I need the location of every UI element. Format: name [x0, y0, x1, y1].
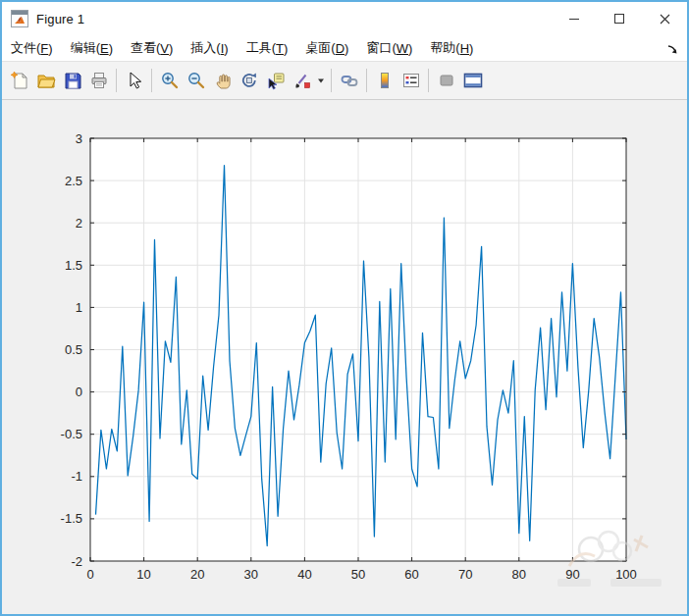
y-tick-label: -1.5 [61, 511, 82, 526]
hide-plot-tools-icon [437, 71, 456, 90]
menu-item-h[interactable]: 帮助(H) [421, 35, 482, 61]
open-folder-icon [36, 71, 56, 90]
minimize-button[interactable] [552, 2, 597, 35]
dropdown-arrow-icon [317, 77, 325, 84]
new-figure-icon [10, 71, 29, 90]
y-tick-label: 3 [76, 131, 82, 146]
y-tick-label: 1.5 [65, 258, 82, 273]
new-figure-button[interactable] [6, 67, 32, 94]
toolbar-separator [428, 69, 429, 92]
x-tick-label: 30 [244, 567, 258, 582]
menu-item-v[interactable]: 查看(V) [122, 35, 182, 61]
x-tick-label: 100 [615, 567, 637, 582]
rotate-3d-button[interactable] [236, 67, 262, 94]
pan-hand-icon [213, 71, 233, 90]
menu-item-e[interactable]: 编辑(E) [62, 35, 122, 61]
save-figure-button[interactable] [59, 67, 85, 94]
data-cursor-icon [266, 71, 286, 90]
axes-plot[interactable]: 0102030405060708090100-2-1.5-1-0.500.511… [2, 100, 687, 615]
link-plot-button[interactable] [336, 67, 362, 94]
menu-item-i[interactable]: 插入(I) [182, 35, 237, 61]
x-tick-label: 70 [458, 567, 472, 582]
y-tick-label: -0.5 [61, 427, 82, 441]
x-tick-label: 0 [86, 567, 93, 582]
y-tick-label: -1 [71, 469, 82, 484]
x-tick-label: 80 [512, 567, 526, 582]
x-tick-label: 50 [351, 567, 365, 582]
zoom-in-button[interactable] [156, 67, 183, 94]
data-cursor-button[interactable] [262, 67, 289, 94]
rotate-3d-icon [239, 71, 259, 90]
brush-dropdown-button[interactable] [315, 67, 327, 94]
menu-item-d[interactable]: 桌面(D) [296, 35, 357, 61]
brush-data-button[interactable] [289, 67, 315, 94]
brush-icon [292, 71, 312, 90]
print-figure-button[interactable] [85, 67, 112, 94]
insert-colorbar-button[interactable] [371, 67, 398, 94]
x-tick-label: 60 [404, 567, 418, 582]
toolbar-separator [331, 69, 332, 92]
y-tick-label: 2 [76, 216, 82, 231]
dock-figure-button[interactable] [663, 39, 681, 57]
zoom-out-button[interactable] [183, 67, 209, 94]
edit-plot-button[interactable] [121, 67, 147, 94]
y-tick-label: 1 [76, 300, 82, 315]
menu-item-f[interactable]: 文件(F) [2, 35, 62, 61]
zoom-in-icon [160, 71, 180, 90]
figure-canvas: 0102030405060708090100-2-1.5-1-0.500.511… [2, 100, 687, 615]
show-plot-tools-button[interactable] [459, 67, 486, 94]
close-button[interactable] [642, 2, 687, 35]
y-tick-label: 0.5 [65, 342, 82, 357]
zoom-out-icon [186, 71, 206, 90]
x-tick-label: 90 [565, 567, 579, 582]
menu-bar: 文件(F)编辑(E)查看(V)插入(I)工具(T)桌面(D)窗口(W)帮助(H) [2, 35, 687, 62]
window-controls [552, 2, 687, 35]
x-tick-label: 20 [190, 567, 204, 582]
maximize-button[interactable] [597, 2, 642, 35]
window-title: Figure 1 [36, 12, 84, 26]
figure-window: Figure 1 文件(F)编辑(E)查看(V)插入(I)工具(T)桌面(D)窗… [0, 0, 689, 616]
save-floppy-icon [63, 71, 82, 90]
dock-figure-arrow-icon [666, 42, 679, 55]
toolbar-separator [151, 69, 152, 92]
show-plot-tools-icon [462, 71, 484, 90]
insert-legend-button[interactable] [398, 67, 424, 94]
figure-toolbar [2, 62, 687, 100]
printer-icon [89, 71, 109, 90]
menu-item-w[interactable]: 窗口(W) [357, 35, 421, 61]
title-bar: Figure 1 [2, 2, 687, 35]
legend-icon [401, 71, 421, 90]
hide-plot-tools-button[interactable] [433, 67, 459, 94]
matlab-figure-icon [11, 10, 28, 27]
menu-item-t[interactable]: 工具(T) [238, 35, 297, 61]
toolbar-separator [116, 69, 117, 92]
toolbar-separator [366, 69, 367, 92]
arrow-cursor-icon [125, 71, 144, 90]
y-tick-label: 0 [76, 385, 82, 399]
open-file-button[interactable] [32, 67, 59, 94]
colorbar-icon [375, 71, 395, 90]
link-chain-icon [340, 71, 359, 90]
x-tick-label: 40 [297, 567, 311, 582]
y-tick-label: -2 [71, 554, 82, 569]
x-tick-label: 10 [136, 567, 150, 582]
y-tick-label: 2.5 [65, 174, 82, 188]
pan-button[interactable] [209, 67, 236, 94]
